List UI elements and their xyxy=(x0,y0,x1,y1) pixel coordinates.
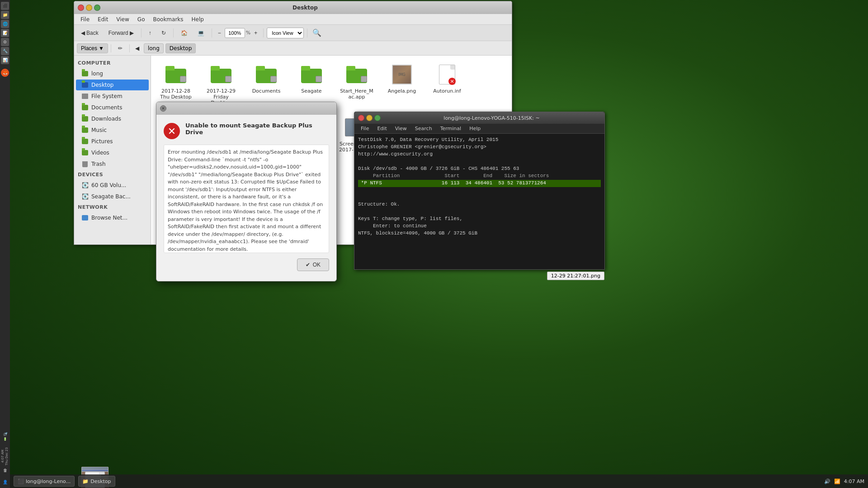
zoom-out-button[interactable]: − xyxy=(215,28,224,38)
breadcrumb-desktop[interactable]: Desktop xyxy=(165,43,196,53)
computer-icon: 💻 xyxy=(198,30,204,36)
taskbar-icon-4[interactable]: 📝 xyxy=(1,29,9,37)
sidebar-drive-icon-2: 💽 xyxy=(81,193,89,200)
sidebar-item-60gb[interactable]: 💽 60 GB Volu... xyxy=(76,180,149,191)
terminal-body[interactable]: TestDisk 7.0, Data Recovery Utility, Apr… xyxy=(354,134,604,269)
sidebar-documents-icon xyxy=(81,104,89,111)
taskbar-icon-6[interactable]: 🔧 xyxy=(1,47,9,55)
menu-edit[interactable]: Edit xyxy=(94,15,112,23)
places-chevron-icon: ▼ xyxy=(99,45,104,52)
file-item-thu-desktop[interactable]: 2017-12-28 Thu Desktop xyxy=(156,60,196,108)
terminal-maximize-button[interactable] xyxy=(374,115,381,121)
sidebar-item-desktop[interactable]: Desktop xyxy=(76,80,149,90)
zoom-in-button[interactable]: + xyxy=(251,28,260,38)
taskbar-terminal-btn[interactable]: ⬛ long@long-Leno... xyxy=(14,476,75,487)
taskbar-desktop-btn[interactable]: 📁 Desktop xyxy=(78,476,115,487)
sidebar-item-music[interactable]: Music xyxy=(76,125,149,136)
battery-indicator: 🔋 xyxy=(3,437,7,443)
sidebar-folder-icon xyxy=(81,70,89,77)
terminal-line-blank3 xyxy=(358,208,601,216)
maximize-button[interactable] xyxy=(94,5,100,11)
terminal-line-partition: *P NTFS 16 113 34 486401 53 52 781377126… xyxy=(358,180,601,187)
places-label: Places xyxy=(81,45,97,52)
folder-icon-seagate xyxy=(300,63,323,86)
terminal-taskbar-icon: ⬛ xyxy=(18,479,24,484)
terminal-menu-file[interactable]: File xyxy=(357,125,373,132)
file-item-autorun[interactable]: ✕ Autorun.inf xyxy=(427,60,467,108)
toolbar-sep-4 xyxy=(263,28,264,38)
zoom-percent: % xyxy=(246,30,250,36)
taskbar-icon-1[interactable]: ⬛ xyxy=(1,2,9,10)
file-item-seagate[interactable]: Seagate xyxy=(291,60,332,108)
sidebar-item-pictures[interactable]: Pictures xyxy=(76,136,149,147)
folder-icon-start xyxy=(345,63,368,86)
terminal-menu-edit[interactable]: Edit xyxy=(373,125,390,132)
view-select[interactable]: Icon View xyxy=(267,28,304,38)
taskbar-icon-2[interactable]: 📁 xyxy=(1,11,9,19)
forward-button[interactable]: Forward ▶ xyxy=(104,28,138,38)
breadcrumb-long[interactable]: long xyxy=(144,43,164,53)
sidebar-videos-icon xyxy=(81,149,89,156)
edit-icon: ✏ xyxy=(118,45,123,52)
taskbar-icon-3[interactable]: 🌐 xyxy=(1,20,9,28)
taskbar-icon-firefox[interactable]: 🦊 xyxy=(1,69,9,77)
folder-icon-fri xyxy=(209,63,233,86)
terminal-title: long@long-Lenovo-YOGA-510-15ISK: ~ xyxy=(382,115,601,121)
back-button[interactable]: ◀ Back xyxy=(77,28,103,38)
sidebar-item-downloads[interactable]: Downloads xyxy=(76,113,149,124)
sidebar-item-browse-network[interactable]: Browse Net... xyxy=(76,212,149,223)
zoom-input[interactable] xyxy=(225,28,245,38)
sidebar-item-documents[interactable]: Documents xyxy=(76,102,149,113)
close-button[interactable] xyxy=(78,5,84,11)
terminal-menu-search[interactable]: Search xyxy=(411,125,436,132)
file-item-angela[interactable]: IMG Angela.png xyxy=(382,60,422,108)
sidebar-music-icon xyxy=(81,127,89,134)
file-item-start-here[interactable]: Start_Here_Mac.app xyxy=(336,60,377,108)
minimize-button[interactable] xyxy=(86,5,92,11)
reload-button[interactable]: ↻ xyxy=(157,28,170,38)
taskbar-icon-7[interactable]: 📊 xyxy=(1,56,9,64)
menu-go[interactable]: Go xyxy=(134,15,149,23)
terminal-line-blank xyxy=(358,187,601,194)
terminal-menu-help[interactable]: Help xyxy=(466,125,484,132)
places-button[interactable]: Places ▼ xyxy=(77,43,108,53)
dialog-close-button[interactable]: ✕ xyxy=(160,105,166,112)
sidebar-item-trash[interactable]: Trash xyxy=(76,159,149,169)
text-icon-autorun: ✕ xyxy=(435,63,459,86)
file-item-documents[interactable]: Documents xyxy=(246,60,287,108)
computer-button[interactable]: 💻 xyxy=(193,28,208,38)
dialog-title: Unable to mount Seagate Backup Plus Driv… xyxy=(185,122,329,136)
sidebar-item-seagate[interactable]: 💽 Seagate Bac... xyxy=(76,191,149,202)
edit-location-button[interactable]: ✏ xyxy=(114,43,127,53)
terminal-line-enter: Enter: to continue xyxy=(358,223,601,230)
sidebar-downloads-icon xyxy=(81,115,89,122)
sidebar-item-filesystem[interactable]: File System xyxy=(76,91,149,102)
up-button[interactable]: ↑ xyxy=(145,28,156,38)
menu-bookmarks[interactable]: Bookmarks xyxy=(149,15,187,23)
menu-file[interactable]: File xyxy=(77,15,93,23)
terminal-line-header: Partition Start End Size in sectors xyxy=(358,173,601,180)
terminal-menu-terminal[interactable]: Terminal xyxy=(437,125,465,132)
trash-icon-taskbar[interactable]: 🗑 xyxy=(1,466,9,474)
user-icon-taskbar[interactable]: 👤 xyxy=(1,478,9,486)
menu-view[interactable]: View xyxy=(113,15,132,23)
sidebar-item-long[interactable]: long xyxy=(76,68,149,79)
nav-prev-button[interactable]: ◀ xyxy=(132,43,142,53)
terminal-menu-view[interactable]: View xyxy=(392,125,410,132)
dialog-footer: ✔ OK xyxy=(164,258,329,274)
terminal-close-button[interactable] xyxy=(358,115,364,121)
sidebar-item-videos[interactable]: Videos xyxy=(76,147,149,158)
file-item-fri-desktop[interactable]: 2017-12-29 Friday Desktop xyxy=(201,60,241,108)
toolbar: ◀ Back Forward ▶ ↑ ↻ 🏠 💻 − xyxy=(74,25,512,41)
terminal-line-blank2 xyxy=(358,194,601,202)
taskbar-icon-5[interactable]: ⚙ xyxy=(1,38,9,46)
dialog-ok-button[interactable]: ✔ OK xyxy=(297,258,329,271)
home-button[interactable]: 🏠 xyxy=(177,28,192,38)
sidebar-pictures-icon xyxy=(81,138,89,145)
terminal-status-tooltip: 12-29 21:27:01.png xyxy=(547,272,604,280)
search-button[interactable]: 🔍 xyxy=(311,27,323,39)
network-status: 📶 xyxy=(834,479,840,484)
terminal-minimize-button[interactable] xyxy=(366,115,373,121)
terminal-line-2: Christophe GRENIER <grenier@cgsecurity.o… xyxy=(358,144,601,151)
menu-help[interactable]: Help xyxy=(188,15,208,23)
